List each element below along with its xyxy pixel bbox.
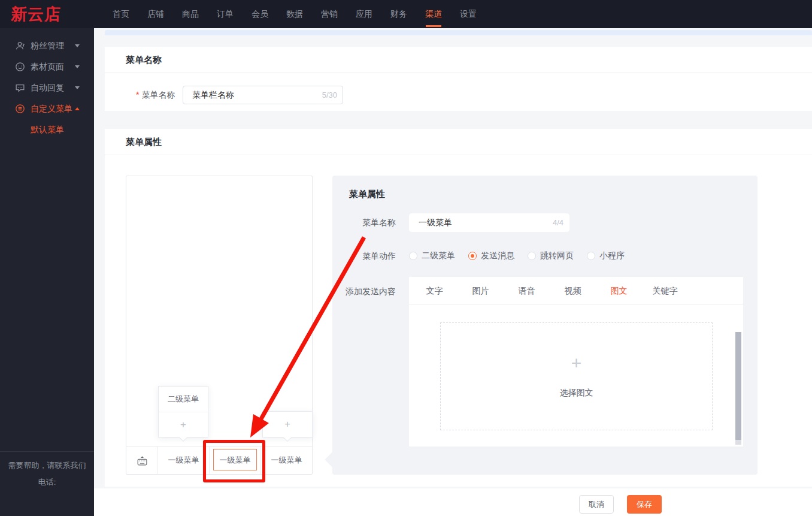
nav-item-members[interactable]: 会员: [252, 0, 268, 28]
nav-item-orders[interactable]: 订单: [217, 0, 234, 28]
sidebar: 粉丝管理 素材页面 自动回复 自定义菜单 默认菜单 需要帮助，请联系我们: [0, 28, 94, 516]
panel-name-label: 菜单名称: [332, 213, 396, 232]
phone-menu-preview: 二级菜单 + + 一级菜单: [126, 176, 313, 475]
radio-send-message[interactable]: 发送消息: [468, 251, 514, 261]
radio-icon: [409, 252, 417, 260]
sidebar-item-custom-menu[interactable]: 自定义菜单: [0, 98, 94, 119]
radio-mini-program[interactable]: 小程序: [587, 251, 625, 261]
chevron-down-icon: [75, 65, 80, 68]
nav-item-channel[interactable]: 渠道: [425, 0, 442, 28]
main-content: 菜单名称 *菜单名称 5/30 菜单属性 二级菜单 + +: [94, 28, 812, 516]
nav-item-goods[interactable]: 商品: [182, 0, 199, 28]
sidebar-item-label: 自定义菜单: [31, 104, 75, 114]
radio-icon: [528, 252, 536, 260]
chevron-down-icon: [75, 44, 80, 47]
nav-item-data[interactable]: 数据: [286, 0, 303, 28]
select-article-dropzone[interactable]: + 选择图文: [440, 322, 713, 430]
panel-left-caret: [325, 452, 340, 467]
save-button[interactable]: 保存: [627, 495, 662, 514]
cancel-button[interactable]: 取消: [579, 495, 614, 514]
tab-content: + 选择图文: [409, 304, 743, 446]
radio-jump-webpage[interactable]: 跳转网页: [528, 251, 574, 261]
nav-item-home[interactable]: 首页: [113, 0, 129, 28]
menu-properties-panel: 菜单属性 菜单名称 4/4 菜单动作 二级菜单 发送消息 跳转网页: [332, 176, 758, 475]
menu-item-level1[interactable]: 一级菜单: [157, 446, 209, 474]
tab-article[interactable]: 图文: [596, 277, 642, 304]
tab-voice[interactable]: 语音: [504, 277, 550, 304]
fans-icon: [15, 41, 25, 51]
notice-bar-partial: [105, 30, 812, 35]
action-radio-group: 二级菜单 发送消息 跳转网页 小程序: [409, 247, 625, 265]
nav-item-shop[interactable]: 店铺: [147, 0, 164, 28]
radio-submenu[interactable]: 二级菜单: [409, 251, 455, 261]
add-submenu-popup: +: [262, 411, 313, 437]
selected-ring: [213, 449, 257, 470]
vertical-scrollbar[interactable]: [735, 332, 741, 445]
tab-keyword[interactable]: 关键字: [642, 277, 688, 304]
scrollbar-track-end: [735, 440, 741, 445]
material-icon: [15, 62, 25, 72]
sidebar-item-label: 素材页面: [31, 62, 75, 73]
auto-reply-icon: [15, 83, 25, 93]
tab-text[interactable]: 文字: [411, 277, 457, 304]
menu-attr-card-title: 菜单属性: [105, 129, 812, 155]
menu-name-card-title: 菜单名称: [105, 47, 812, 73]
top-nav-items: 首页 店铺 商品 订单 会员 数据 营销 应用 财务 渠道 设置: [113, 0, 477, 28]
sidebar-item-fans[interactable]: 粉丝管理: [0, 35, 94, 56]
nav-item-settings[interactable]: 设置: [460, 0, 477, 28]
sidebar-item-auto-reply[interactable]: 自动回复: [0, 77, 94, 98]
top-navbar: 新云店 首页 店铺 商品 订单 会员 数据 营销 应用 财务 渠道 设置: [0, 0, 812, 28]
chevron-up-icon: [75, 107, 80, 110]
sidebar-item-label: 自动回复: [31, 83, 75, 93]
menu-item-level1-selected[interactable]: 一级菜单: [209, 446, 260, 474]
help-text-line1: 需要帮助，请联系我们: [0, 457, 94, 474]
tab-video[interactable]: 视频: [550, 277, 596, 304]
select-article-text: 选择图文: [560, 388, 593, 399]
tab-image[interactable]: 图片: [457, 277, 504, 304]
menu-attr-card: 菜单属性 二级菜单 + +: [105, 129, 812, 487]
footer-bar: 取消 保存: [94, 488, 812, 516]
plus-icon: +: [571, 354, 582, 372]
content-tab-bar: 文字 图片 语音 视频 图文 关键字: [409, 277, 743, 304]
radio-icon-checked: [468, 252, 477, 260]
panel-title: 菜单属性: [349, 189, 385, 200]
menu-name-field-label: *菜单名称: [136, 86, 175, 104]
brand-logo[interactable]: 新云店: [0, 4, 94, 25]
menu-name-input-wrap: 5/30: [183, 86, 343, 104]
panel-action-label: 菜单动作: [332, 247, 396, 265]
scrollbar-thumb[interactable]: [735, 332, 741, 440]
panel-name-input[interactable]: [409, 213, 569, 232]
sidebar-item-label: 粉丝管理: [31, 41, 75, 52]
submenu-item[interactable]: 二级菜单: [159, 387, 208, 412]
sidebar-subitem-default-menu[interactable]: 默认菜单: [0, 119, 94, 140]
nav-item-marketing[interactable]: 营销: [321, 0, 338, 28]
sidebar-help: 需要帮助，请联系我们 电话:: [0, 451, 94, 491]
send-content-tab-panel: 文字 图片 语音 视频 图文 关键字 + 选择图文: [409, 277, 743, 446]
radio-icon: [587, 252, 595, 260]
required-mark: *: [136, 90, 139, 99]
chevron-down-icon: [75, 86, 80, 89]
menu-name-card: 菜单名称 *菜单名称 5/30: [105, 47, 812, 111]
submenu-popup: 二级菜单 +: [158, 386, 208, 437]
panel-name-input-wrap: 4/4: [409, 213, 569, 232]
help-text-line2: 电话:: [0, 474, 94, 491]
keyboard-switch-button[interactable]: [126, 446, 157, 474]
panel-content-label: 添加发送内容: [332, 285, 396, 297]
sidebar-item-material[interactable]: 素材页面: [0, 56, 94, 77]
nav-item-apps[interactable]: 应用: [356, 0, 372, 28]
menu-item-level1[interactable]: 一级菜单: [260, 446, 312, 474]
nav-item-finance[interactable]: 财务: [390, 0, 407, 28]
phone-menubar: 一级菜单 一级菜单 一级菜单: [126, 446, 312, 474]
custom-menu-icon: [15, 104, 25, 114]
menu-name-input[interactable]: [183, 86, 343, 104]
keyboard-switch-icon: [136, 454, 149, 467]
